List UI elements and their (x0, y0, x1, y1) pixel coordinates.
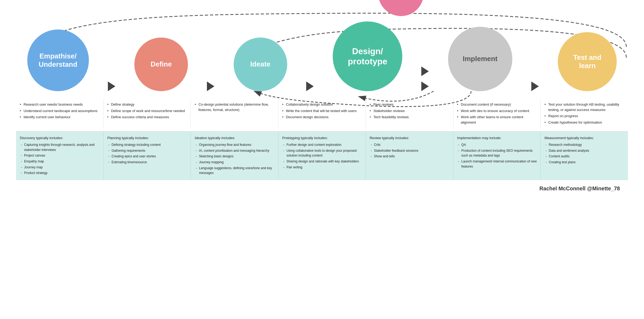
dash-item: Creating epics and user stories (107, 154, 187, 159)
review-bullets-col: Peer reviews Stakeholder reviews Tech fe… (366, 99, 453, 129)
discovery-col: Discovery typically includes: Capturing … (16, 132, 104, 180)
test-label: Test and learn (573, 53, 601, 70)
design-bullets-col: Collaboratively design solution Write th… (278, 99, 366, 129)
main-container: Empathise/ Understand Define Ideate (0, 0, 644, 319)
ideate-label: Ideate (250, 60, 270, 68)
review-lower-col: Review typically includes: Crits Stakeho… (366, 132, 453, 180)
dash-item: Data and sentiment analysis (544, 148, 624, 153)
measurement-col: Measurement typically includes: Research… (541, 132, 628, 180)
bullet-item: Document content (if necessary) (457, 102, 537, 107)
circle-define: Define (134, 38, 188, 91)
dash-item: IA, content prioritisation and messaging… (195, 148, 274, 153)
circle-ideate-item: Ideate (234, 38, 287, 91)
signature-text: Rachel McConnell @Minette_78 (539, 186, 620, 191)
prototyping-col: Prototyping typically includes: Further … (278, 132, 366, 180)
arrow-2 (205, 81, 217, 91)
signature: Rachel McConnell @Minette_78 (8, 180, 636, 194)
dash-item: Sketching basic designs (195, 154, 274, 159)
review-lower-title: Review typically includes: (370, 135, 449, 141)
ideate-bullets-col: Co-design potential solutions (determine… (191, 99, 278, 129)
dash-item: Creating test plans (544, 160, 624, 165)
bullet-item: Co-design potential solutions (determine… (195, 102, 274, 112)
define-bullets-col: Define strategy Define scope of work and… (104, 99, 191, 129)
arrow-4 (419, 66, 431, 91)
dash-item: Organising journey flow and features (195, 142, 274, 147)
dash-item: Gathering requirements (107, 148, 187, 153)
circle-empathise-item: Empathise/ Understand (27, 29, 89, 91)
circles-row: Empathise/ Understand Define Ideate (8, 5, 636, 94)
bullet-item: Write the content that will be tested wi… (282, 108, 362, 114)
dash-item: Content audits (544, 154, 624, 159)
dash-item: Launch management/ internal communicatio… (457, 159, 537, 169)
dash-item: Defining strategy including content (107, 142, 187, 147)
circle-ideate: Ideate (234, 38, 287, 91)
circle-implement: Implement (448, 27, 512, 91)
implement-bullets-col: Document content (if necessary) Work wit… (453, 99, 541, 129)
dash-item: Production of content including SEO requ… (457, 148, 537, 158)
circle-design: Design/ prototype (333, 21, 402, 91)
dash-item: Project canvas (20, 153, 100, 158)
define-label: Define (150, 60, 172, 68)
bullet-item: Research user needs/ business needs (20, 102, 100, 107)
dash-item: Further design and content exploration (282, 142, 362, 147)
bullet-item: Define strategy (107, 102, 187, 107)
lower-section: Discovery typically includes: Capturing … (16, 132, 628, 180)
bullet-item: Understand current landscape and assumpt… (20, 108, 100, 114)
implement-label: Implement (463, 55, 498, 63)
bullet-item: Stakeholder reviews (370, 108, 449, 114)
circle-empathise: Empathise/ Understand (27, 29, 89, 91)
ideation-title: Ideation typically includes: (195, 135, 274, 141)
planning-col: Planning typically includes: Defining st… (104, 132, 191, 180)
dash-item: Capturing insights through research, ana… (20, 142, 100, 152)
ideation-col: Ideation typically includes: Organising … (191, 132, 278, 180)
empathise-bullets-col: Research user needs/ business needs Unde… (16, 99, 104, 129)
bullet-item: Collaboratively design solution (282, 102, 362, 107)
dash-item: Crits (370, 142, 449, 147)
test-bullets-col: Test your solution through AB testing, u… (541, 99, 628, 129)
design-label: Design/ prototype (348, 46, 387, 67)
bullet-item: Define success criteria and measures (107, 114, 187, 120)
upper-content-area: Research user needs/ business needs Unde… (8, 97, 636, 131)
bullet-item: Test your solution through AB testing, u… (544, 102, 624, 112)
dash-item: Sharing design and rationale with key st… (282, 159, 362, 164)
bullet-item: Document design decisions (282, 114, 362, 120)
dash-item: Research methodology (544, 142, 624, 147)
empathise-label: Empathise/ Understand (39, 52, 77, 69)
dash-item: Language suggestions, defining voice/ton… (195, 166, 274, 176)
dash-item: Stakeholder feedback sessions (370, 148, 449, 153)
dash-item: Journey mapping (195, 160, 274, 165)
dash-item: Journey map (20, 165, 100, 170)
bullet-item: Create hypotheses for optimisation (544, 120, 624, 125)
arrow-1 (106, 81, 118, 91)
bullet-item: Work with dev to ensure accuracy of cont… (457, 108, 537, 114)
circle-implement-item: Implement (448, 27, 512, 91)
prototyping-title: Prototyping typically includes: (282, 135, 362, 141)
circle-design-item: Review Design/ prototype (333, 21, 402, 91)
dash-item: Pair writing (282, 165, 362, 170)
circle-review: Review (378, 0, 424, 16)
implementation-title: Implementation may include: (457, 135, 537, 141)
arrow-5 (529, 81, 541, 91)
bullet-item: Peer reviews (370, 102, 449, 107)
dash-item: Using collaborative tools to design your… (282, 148, 362, 158)
planning-title: Planning typically includes: (107, 135, 187, 141)
circle-test-item: Test and learn (558, 32, 617, 91)
bullet-item: Report on progress (544, 113, 624, 119)
dash-item: Show and tells (370, 154, 449, 159)
dash-item: Estimating time/resource (107, 160, 187, 165)
dash-item: Product strategy (20, 170, 100, 176)
implementation-col: Implementation may include: QA Productio… (453, 132, 541, 180)
bullet-item: Define scope of work and resource/time n… (107, 108, 187, 114)
dash-item: QA (457, 142, 537, 147)
circle-define-item: Define (134, 38, 188, 91)
discovery-title: Discovery typically includes: (20, 135, 100, 141)
bullet-item: Work with other teams to ensure content … (457, 114, 537, 125)
circle-review-container: Review (378, 0, 424, 16)
measurement-title: Measurement typically includes: (544, 135, 624, 141)
arrow-3 (304, 81, 316, 91)
bullet-item: Identify current user behaviour (20, 114, 100, 120)
circle-test: Test and learn (558, 32, 617, 91)
dash-item: Empathy map (20, 159, 100, 164)
bullet-item: Tech feasibility reviews (370, 114, 449, 120)
